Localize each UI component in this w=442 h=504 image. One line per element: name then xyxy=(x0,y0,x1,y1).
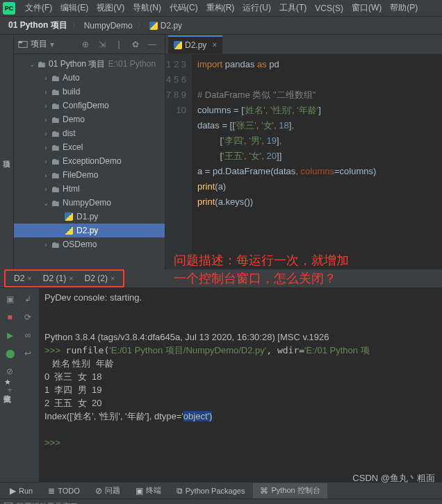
restart-icon[interactable]: ⟳ xyxy=(19,309,36,326)
dropdown-icon[interactable]: ▾ xyxy=(50,40,54,49)
tree-folder[interactable]: ›dist xyxy=(14,126,165,140)
tree-folder[interactable]: ›ExceptionDemo xyxy=(14,154,165,168)
tree-folder[interactable]: ›Html xyxy=(14,182,165,196)
hide-icon[interactable]: — xyxy=(146,38,158,51)
crumb-file[interactable]: D2.py xyxy=(147,21,185,31)
rail-favourites[interactable]: ★ 收藏夹 xyxy=(0,375,14,392)
menu-refactor[interactable]: 重构(R) xyxy=(202,2,239,14)
menu-run[interactable]: 运行(U) xyxy=(238,2,275,14)
package-icon: ⧉ xyxy=(177,486,183,496)
project-panel-icon xyxy=(18,40,28,49)
new-line-icon[interactable]: ↲ xyxy=(19,291,36,308)
tree-folder[interactable]: ›Excel xyxy=(14,140,165,154)
tree-root[interactable]: ⌄ 01 Python 项目 E:\01 Python xyxy=(14,57,165,71)
menu-tools[interactable]: 工具(T) xyxy=(275,2,311,14)
close-icon[interactable]: × xyxy=(27,274,31,283)
menu-view[interactable]: 视图(V) xyxy=(92,2,129,14)
folder-icon xyxy=(50,128,60,138)
code-area[interactable]: import pandas as pd # DataFrame 类似 "二维数组… xyxy=(192,54,442,269)
tree-file-d2[interactable]: D2.py xyxy=(14,224,165,237)
stop-icon[interactable]: ■ xyxy=(1,309,18,326)
folder-icon xyxy=(50,156,60,166)
folder-icon xyxy=(50,101,60,110)
run-tab-d2[interactable]: D2× xyxy=(8,274,38,283)
breadcrumb: 01 Python 项目 〉 NumpyDemo 〉 D2.py xyxy=(0,17,442,35)
play-icon: ▶ xyxy=(10,486,16,496)
menu-help[interactable]: 帮助(P) xyxy=(386,2,422,14)
crumb-folder[interactable]: NumpyDemo xyxy=(81,21,136,31)
tab-python-console[interactable]: ⌘Python 控制台 xyxy=(253,483,327,498)
terminal-icon: ▣ xyxy=(136,486,143,496)
run-tab-d2-1[interactable]: D2 (1)× xyxy=(38,274,79,283)
close-icon[interactable]: × xyxy=(110,274,115,283)
crumb-project[interactable]: 01 Python 项目 xyxy=(6,19,70,31)
menu-window[interactable]: 窗口(W) xyxy=(347,2,386,14)
console-output[interactable]: PyDev console: starting. Python 3.8.4 (t… xyxy=(39,288,442,482)
rail-project[interactable]: 项目 xyxy=(0,40,13,269)
expand-icon[interactable]: › xyxy=(42,185,50,193)
folder-icon xyxy=(50,170,60,180)
tab-packages[interactable]: ⧉Python Packages xyxy=(170,483,252,498)
expand-icon[interactable]: › xyxy=(42,130,50,137)
tree-folder[interactable]: ›Auto xyxy=(14,71,165,85)
menu-vcs[interactable]: VCS(S) xyxy=(311,3,347,13)
collapse-icon[interactable]: ⌄ xyxy=(28,60,36,68)
folder-icon xyxy=(50,184,60,194)
gear-icon[interactable]: ✿ xyxy=(129,38,142,51)
variables-icon[interactable]: ∞ xyxy=(19,327,36,344)
folder-icon xyxy=(36,59,46,69)
expand-icon[interactable]: › xyxy=(42,116,50,124)
expand-icon[interactable]: › xyxy=(42,171,50,179)
rerun-icon[interactable]: ▣ xyxy=(1,291,18,308)
folder-icon xyxy=(50,115,60,124)
tab-problems[interactable]: ⊘问题 xyxy=(88,483,127,498)
app-logo: PC xyxy=(3,2,15,15)
tree-file-d1[interactable]: D1.py xyxy=(14,210,165,224)
status-text: 隐藏活动工具窗口 xyxy=(17,501,78,504)
tree-folder-os[interactable]: › OSDemo xyxy=(14,237,165,251)
editor-tab-d2[interactable]: D2.py × xyxy=(168,35,222,53)
divider: | xyxy=(113,38,125,51)
expand-icon[interactable]: › xyxy=(42,241,50,249)
watermark: CSDN @鱼丸丶粗面 xyxy=(352,472,435,485)
python-file-icon xyxy=(149,22,158,30)
tab-run[interactable]: ▶Run xyxy=(3,483,40,498)
project-panel-title: 项目 xyxy=(31,38,47,50)
project-tree[interactable]: ⌄ 01 Python 项目 E:\01 Python ›Auto›build›… xyxy=(14,54,165,269)
expand-icon[interactable]: › xyxy=(42,102,50,110)
tree-folder[interactable]: ›FileDemo xyxy=(14,168,165,182)
editor-area: D2.py × 1 2 3 4 5 6 7 8 9 10 import pand… xyxy=(165,35,442,269)
debug-icon[interactable]: ⬤ xyxy=(1,345,18,362)
menu-edit[interactable]: 编辑(E) xyxy=(56,2,92,14)
run-tab-d2-2[interactable]: D2 (2)× xyxy=(79,274,121,283)
chevron-right-icon: 〉 xyxy=(70,19,81,31)
tab-todo[interactable]: ≣TODO xyxy=(41,483,87,498)
project-panel: 项目 ▾ ⊕ ⇲ | ✿ — ⌄ 01 Python 项目 E:\01 Pyth… xyxy=(14,35,165,269)
menu-navigate[interactable]: 导航(N) xyxy=(129,2,165,14)
folder-icon xyxy=(50,198,60,208)
expand-icon[interactable]: › xyxy=(42,74,50,82)
tree-folder[interactable]: ›Demo xyxy=(14,112,165,126)
expand-icon[interactable]: › xyxy=(42,88,50,96)
python-icon: ⌘ xyxy=(260,486,268,496)
tree-folder-numpy[interactable]: ⌄ NumpyDemo xyxy=(14,196,165,210)
close-icon[interactable]: × xyxy=(212,40,217,50)
tree-folder[interactable]: ›ConfigDemo xyxy=(14,99,165,112)
soft-wrap-icon[interactable]: ↩ xyxy=(19,345,36,362)
tree-folder[interactable]: ›build xyxy=(14,85,165,99)
expand-icon[interactable]: › xyxy=(42,158,50,165)
play-icon[interactable]: ▶ xyxy=(1,327,18,344)
menu-code[interactable]: 代码(C) xyxy=(165,2,202,14)
code-editor[interactable]: 1 2 3 4 5 6 7 8 9 10 import pandas as pd… xyxy=(165,54,442,269)
collapse-icon[interactable]: ⌄ xyxy=(42,199,50,207)
tab-terminal[interactable]: ▣终端 xyxy=(129,483,168,498)
folder-icon xyxy=(50,73,60,83)
menubar: PC 文件(F) 编辑(E) 视图(V) 导航(N) 代码(C) 重构(R) 运… xyxy=(0,0,442,17)
menu-file[interactable]: 文件(F) xyxy=(21,2,56,14)
locate-icon[interactable]: ⊕ xyxy=(79,38,92,51)
expand-icon[interactable]: ⇲ xyxy=(96,38,108,51)
folder-icon xyxy=(50,142,60,152)
list-icon: ≣ xyxy=(48,486,55,496)
close-icon[interactable]: × xyxy=(69,274,73,283)
expand-icon[interactable]: › xyxy=(42,144,50,151)
